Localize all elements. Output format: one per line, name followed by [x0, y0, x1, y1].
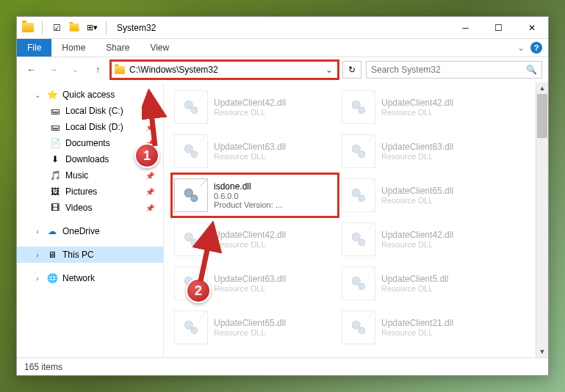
close-button[interactable]: ✕: [515, 17, 548, 39]
file-name: UpdateClient65.dll: [381, 186, 503, 196]
sidebar-label: Downloads: [65, 154, 109, 164]
dll-file-icon: [342, 222, 375, 256]
sidebar-label: Music: [65, 170, 88, 181]
item-count: 165 items: [24, 362, 62, 372]
downloads-icon: ⬇: [49, 153, 61, 165]
sidebar-label: Network: [62, 273, 95, 283]
sidebar-label: Videos: [65, 203, 92, 213]
file-item[interactable]: UpdateClient63.dllResource DLL: [171, 129, 339, 173]
minimize-button[interactable]: ─: [449, 17, 482, 39]
tab-view[interactable]: View: [140, 39, 179, 57]
dll-file-icon: [174, 178, 208, 212]
properties-icon[interactable]: ☑: [48, 20, 65, 36]
dll-file-icon: [174, 222, 208, 256]
file-item[interactable]: UpdateClient42.dllResource DLL: [339, 85, 506, 129]
search-icon[interactable]: 🔍: [526, 65, 537, 75]
search-box[interactable]: 🔍: [366, 61, 542, 79]
search-input[interactable]: [371, 65, 526, 75]
pin-icon: 📌: [145, 107, 154, 115]
sidebar-item-onedrive[interactable]: ›☁OneDrive: [17, 223, 163, 239]
tab-home[interactable]: Home: [51, 39, 96, 57]
file-name: UpdateClient42.dll: [381, 98, 503, 108]
file-item[interactable]: UpdateClient42.dllResource DLL: [339, 217, 506, 261]
refresh-button[interactable]: ↻: [342, 61, 361, 79]
file-item[interactable]: UpdateClient65.dllResource DLL: [171, 305, 339, 349]
scroll-up-icon[interactable]: ▲: [536, 82, 548, 94]
dll-file-icon: [342, 134, 375, 168]
dll-file-icon: [174, 266, 208, 300]
onedrive-icon: ☁: [46, 225, 58, 237]
tab-file[interactable]: File: [17, 39, 51, 57]
sidebar-item-this-pc[interactable]: ›🖥This PC: [17, 247, 163, 263]
dll-file-icon: [174, 311, 208, 344]
back-button[interactable]: ←: [23, 61, 40, 79]
view-options-icon[interactable]: ⊞▾: [84, 20, 100, 36]
sidebar-item-network[interactable]: ›🌐Network: [17, 270, 163, 286]
file-item[interactable]: UpdateClient5.dllResource DLL: [339, 261, 506, 305]
pin-icon: 📌: [145, 139, 154, 148]
dll-file-icon: [174, 134, 208, 168]
tab-share[interactable]: Share: [96, 39, 140, 57]
file-item[interactable]: UpdateClient63.dllResource DLL: [339, 129, 506, 173]
dll-file-icon: [342, 266, 375, 300]
file-item[interactable]: UpdateClient63.dllResource DLL: [171, 261, 339, 305]
pin-icon: 📌: [145, 172, 154, 180]
sidebar-item-local-d[interactable]: 🖴Local Disk (D:)📌: [17, 119, 163, 135]
sidebar-label: Pictures: [65, 186, 97, 197]
navigation-bar: ← → ⌄ ↑ C:\Windows\System32 ⌄ ↻ 🔍: [17, 57, 548, 82]
scroll-down-icon[interactable]: ▼: [536, 346, 548, 357]
dll-file-icon: [342, 311, 375, 344]
window-title: System32: [114, 23, 449, 33]
address-bar[interactable]: C:\Windows\System32 ⌄: [111, 61, 338, 79]
folder-icon: [113, 63, 126, 76]
ribbon-tabs: File Home Share View ⌄ ?: [17, 39, 548, 57]
file-item[interactable]: UpdateClient21.dllResource DLL: [339, 305, 506, 349]
file-pane: UpdateClient42.dllResource DLLUpdateClie…: [164, 82, 548, 357]
scroll-thumb[interactable]: [537, 94, 547, 138]
sidebar-label: Local Disk (D:): [65, 122, 123, 132]
scrollbar[interactable]: ▲ ▼: [536, 82, 548, 357]
pc-icon: 🖥: [46, 249, 58, 261]
sidebar-item-pictures[interactable]: 🖼Pictures📌: [17, 184, 163, 200]
star-icon: ⭐: [46, 89, 58, 101]
help-icon[interactable]: ?: [530, 42, 542, 54]
music-icon: 🎵: [49, 170, 61, 181]
file-name: UpdateClient42.dll: [214, 230, 336, 240]
explorer-window: ☑ ⊞▾ System32 ─ ☐ ✕ File Home Share View…: [16, 16, 549, 376]
drive-icon: 🖴: [49, 121, 61, 133]
sidebar-item-quick-access[interactable]: ⌄⭐Quick access: [17, 87, 163, 103]
file-name: UpdateClient63.dll: [214, 142, 336, 152]
pin-icon: 📌: [145, 123, 154, 131]
folder-icon[interactable]: [20, 20, 36, 36]
file-name: UpdateClient21.dll: [381, 318, 503, 328]
drive-icon: 🖴: [49, 105, 61, 117]
file-item[interactable]: isdone.dll0.6.0.0Product Version: ...: [171, 173, 339, 217]
recent-locations-button[interactable]: ⌄: [67, 61, 84, 79]
up-button[interactable]: ↑: [89, 61, 107, 79]
documents-icon: 📄: [49, 137, 61, 149]
status-bar: 165 items: [17, 357, 548, 375]
maximize-button[interactable]: ☐: [482, 17, 515, 39]
titlebar: ☑ ⊞▾ System32 ─ ☐ ✕: [17, 17, 548, 39]
sidebar-item-documents[interactable]: 📄Documents📌: [17, 135, 163, 151]
new-folder-icon[interactable]: [66, 20, 82, 36]
file-item[interactable]: UpdateClient65.dllResource DLL: [339, 173, 506, 217]
ribbon-expand-icon[interactable]: ⌄: [517, 43, 525, 53]
file-name: UpdateClient63.dll: [214, 274, 336, 284]
pin-icon: 📌: [145, 156, 154, 164]
file-item[interactable]: UpdateClient42.dllResource DLL: [171, 217, 339, 261]
forward-button[interactable]: →: [45, 61, 62, 79]
sidebar-item-downloads[interactable]: ⬇Downloads📌: [17, 151, 163, 167]
file-name: isdone.dll: [214, 181, 336, 192]
sidebar-item-local-c[interactable]: 🖴Local Disk (C:)📌: [17, 103, 163, 119]
sidebar-label: Quick access: [62, 90, 115, 100]
file-item[interactable]: UpdateClient42.dllResource DLL: [171, 85, 339, 129]
sidebar-item-music[interactable]: 🎵Music📌: [17, 167, 163, 184]
file-name: UpdateClient5.dll: [381, 274, 503, 284]
pin-icon: 📌: [145, 204, 154, 212]
sidebar-item-videos[interactable]: 🎞Videos📌: [17, 200, 163, 216]
file-name: UpdateClient42.dll: [214, 98, 336, 108]
sidebar-label: Documents: [65, 138, 110, 148]
dll-file-icon: [174, 90, 208, 124]
address-dropdown-icon[interactable]: ⌄: [323, 65, 336, 75]
